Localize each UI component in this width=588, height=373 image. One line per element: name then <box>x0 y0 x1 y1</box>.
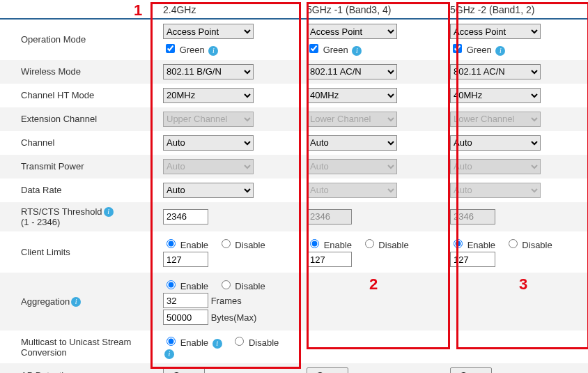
info-icon[interactable]: i <box>352 46 362 56</box>
client-limits-input-5-1[interactable] <box>307 252 352 267</box>
label-data-rate: Data Rate <box>0 178 157 202</box>
rts-input-24[interactable] <box>163 209 208 224</box>
data-rate-select-24[interactable]: Auto <box>163 183 254 198</box>
scan-button-5-2[interactable]: Scan <box>450 367 492 373</box>
aggregation-enable-radio-24[interactable] <box>167 280 176 289</box>
m2u-enable-radio[interactable] <box>167 337 176 346</box>
aggregation-bytes-input-24[interactable] <box>163 310 208 325</box>
operation-mode-select-5-1[interactable]: Access Point <box>307 24 397 39</box>
bytes-max-label: Bytes(Max) <box>211 312 257 323</box>
m2u-disable-radio[interactable] <box>235 337 244 346</box>
column-header-5ghz-2: 5GHz -2 (Band1, 2) <box>444 0 588 19</box>
label-channel-ht-mode: Channel HT Mode <box>0 84 157 107</box>
green-checkbox-24[interactable] <box>166 44 175 53</box>
label-channel: Channel <box>0 131 157 155</box>
green-checkbox-5-2[interactable] <box>453 44 462 53</box>
client-limits-input-5-2[interactable] <box>450 252 495 267</box>
channel-ht-select-24[interactable]: 20MHz <box>163 88 254 103</box>
green-checkbox-5-1[interactable] <box>309 44 318 53</box>
green-label: Green <box>180 45 205 55</box>
client-limits-enable-radio-24[interactable] <box>167 239 176 248</box>
client-limits-disable-radio-5-2[interactable] <box>509 239 518 248</box>
data-rate-select-5-2: Auto <box>450 183 541 198</box>
label-wireless-mode: Wireless Mode <box>0 60 157 84</box>
channel-ht-select-5-1[interactable]: 40MHz <box>307 88 397 103</box>
wireless-mode-select-24[interactable]: 802.11 B/G/N <box>163 64 254 79</box>
extension-channel-select-5-2: Lower Channel <box>450 112 541 127</box>
label-transmit-power: Transmit Power <box>0 155 157 178</box>
channel-select-5-2[interactable]: Auto <box>450 135 541 151</box>
scan-button-5-1[interactable]: Scan <box>307 367 348 373</box>
info-icon[interactable]: i <box>212 339 222 349</box>
transmit-power-select-5-2: Auto <box>450 159 541 174</box>
info-icon[interactable]: i <box>104 207 114 217</box>
column-header-24ghz: 2.4GHz <box>157 0 301 19</box>
operation-mode-select-24[interactable]: Access Point <box>163 24 254 39</box>
channel-select-5-1[interactable]: Auto <box>307 135 397 151</box>
label-rts-cts: RTS/CTS Threshold <box>21 206 102 217</box>
client-limits-enable-radio-5-1[interactable] <box>310 239 319 248</box>
label-client-limits: Client Limits <box>0 231 157 273</box>
scan-button-24[interactable]: Scan <box>163 367 205 373</box>
transmit-power-select-24: Auto <box>163 159 254 174</box>
channel-ht-select-5-2[interactable]: 40MHz <box>450 88 541 103</box>
wireless-mode-select-5-1[interactable]: 802.11 AC/N <box>307 64 397 79</box>
aggregation-disable-radio-24[interactable] <box>222 280 231 289</box>
label-aggregation: Aggregation <box>21 296 70 307</box>
column-header-5ghz-1: 5GHz -1 (Band3, 4) <box>301 0 444 19</box>
info-icon[interactable]: i <box>495 46 505 56</box>
green-label: Green <box>467 45 492 55</box>
channel-select-24[interactable]: Auto <box>163 135 254 151</box>
extension-channel-select-24: Upper Channel <box>163 112 254 127</box>
label-m2u: Multicast to Unicast Stream Conversion <box>0 330 157 363</box>
client-limits-enable-radio-5-2[interactable] <box>454 239 463 248</box>
info-icon[interactable]: i <box>208 46 218 56</box>
wireless-mode-select-5-2[interactable]: 802.11 AC/N <box>450 64 541 79</box>
aggregation-frames-input-24[interactable] <box>163 293 208 308</box>
rts-input-5-1 <box>307 209 352 224</box>
client-limits-disable-radio-24[interactable] <box>222 239 231 248</box>
client-limits-disable-radio-5-1[interactable] <box>365 239 374 248</box>
label-operation-mode: Operation Mode <box>0 19 157 60</box>
transmit-power-select-5-1: Auto <box>307 159 397 174</box>
label-ap-detection: AP Detection <box>0 363 157 373</box>
info-icon[interactable]: i <box>71 297 81 307</box>
frames-label: Frames <box>211 296 242 306</box>
client-limits-input-24[interactable] <box>163 252 208 267</box>
extension-channel-select-5-1: Lower Channel <box>307 112 397 127</box>
green-label: Green <box>323 45 348 55</box>
info-icon[interactable]: i <box>164 349 174 359</box>
rts-input-5-2 <box>450 209 495 224</box>
label-extension-channel: Extension Channel <box>0 107 157 131</box>
data-rate-select-5-1: Auto <box>307 183 397 198</box>
label-rts-cts-range: (1 - 2346) <box>21 217 60 227</box>
operation-mode-select-5-2[interactable]: Access Point <box>450 24 541 39</box>
